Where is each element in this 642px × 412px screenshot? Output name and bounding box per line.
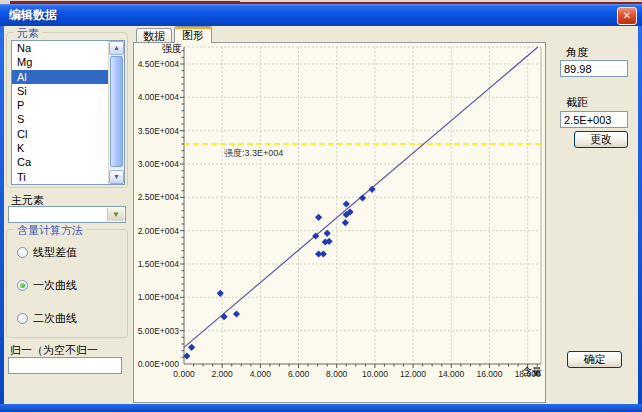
list-item-al[interactable]: Al [12,70,109,84]
elements-group-label: 元素 [14,26,42,41]
svg-text:含量: 含量 [522,366,542,377]
list-item-cl[interactable]: Cl [12,127,109,141]
scatter-chart: 0.00E+0005.00E+0031.00E+0041.50E+0042.00… [134,43,547,404]
main-element-combobox[interactable]: ▼ [8,206,126,223]
svg-text:4.000: 4.000 [250,369,272,379]
radio-method-1[interactable]: 一次曲线 [17,279,123,292]
svg-text:3.50E+004: 3.50E+004 [138,126,180,136]
list-item-mg[interactable]: Mg [12,55,109,69]
list-item-si[interactable]: Si [12,84,109,98]
list-item-na[interactable]: Na [12,41,109,55]
list-item-s[interactable]: S [12,112,109,126]
scrollbar-thumb[interactable] [110,56,123,167]
svg-text:2.00E+004: 2.00E+004 [138,226,180,236]
chevron-down-icon[interactable]: ▼ [107,208,124,221]
svg-text:4.00E+004: 4.00E+004 [138,92,180,102]
dialog-border-bottom [0,404,642,412]
svg-text:2.50E+004: 2.50E+004 [138,192,180,202]
list-item-ti[interactable]: Ti [12,170,109,184]
svg-text:8.000: 8.000 [326,369,348,379]
radio-icon[interactable] [17,313,28,324]
dialog-titlebar: 编辑数据 [0,4,642,26]
scroll-up-icon[interactable]: ▲ [109,41,124,55]
svg-text:14.000: 14.000 [438,369,464,379]
intercept-label: 截距 [566,95,588,110]
chart-panel: 0.00E+0005.00E+0031.00E+0041.50E+0042.00… [133,42,546,403]
svg-text:5.00E+003: 5.00E+003 [138,326,180,336]
svg-text:0.000: 0.000 [173,369,195,379]
tab-data[interactable]: 数据 [136,28,172,43]
ok-button[interactable]: 确定 [567,351,622,368]
close-icon[interactable]: ✕ [617,7,637,25]
listbox-scrollbar[interactable]: ▲ ▼ [108,41,124,184]
svg-text:强度: 强度 [162,43,182,54]
dialog-title: 编辑数据 [9,8,57,22]
svg-text:6.000: 6.000 [288,369,310,379]
list-item-k[interactable]: K [12,141,109,155]
change-button[interactable]: 更改 [574,131,628,148]
element-listbox[interactable]: NaMgAlSiPSClKCaTi ▲ ▼ [11,40,125,185]
normalize-label: 归一（为空不归一 [10,343,98,358]
svg-text:0.00E+000: 0.00E+000 [138,359,180,369]
list-item-ca[interactable]: Ca [12,155,109,169]
radio-label: 线型差值 [33,245,77,260]
svg-text:12.000: 12.000 [400,369,426,379]
angle-label: 角度 [566,45,588,60]
scroll-down-icon[interactable]: ▼ [109,170,124,184]
radio-label: 一次曲线 [33,278,77,293]
angle-input[interactable] [560,60,628,77]
method-group-label: 含量计算方法 [14,223,86,238]
svg-text:3.00E+004: 3.00E+004 [138,159,180,169]
radio-selected-icon[interactable] [17,280,28,291]
svg-text:4.50E+004: 4.50E+004 [138,59,180,69]
svg-text:16.000: 16.000 [476,369,502,379]
tab-graph[interactable]: 图形 [174,26,212,43]
threshold-label: 强度:3.3E+004 [224,148,283,158]
dialog-border-right [638,26,642,404]
list-item-p[interactable]: P [12,98,109,112]
intercept-input[interactable] [560,111,628,128]
radio-icon[interactable] [17,247,28,258]
svg-text:2.000: 2.000 [212,369,234,379]
radio-method-2[interactable]: 二次曲线 [17,312,123,325]
svg-text:10.000: 10.000 [362,369,388,379]
normalize-input[interactable] [8,357,122,374]
svg-text:1.00E+004: 1.00E+004 [138,292,180,302]
radio-method-0[interactable]: 线型差值 [17,246,123,259]
radio-label: 二次曲线 [33,311,77,326]
svg-text:1.50E+004: 1.50E+004 [138,259,180,269]
